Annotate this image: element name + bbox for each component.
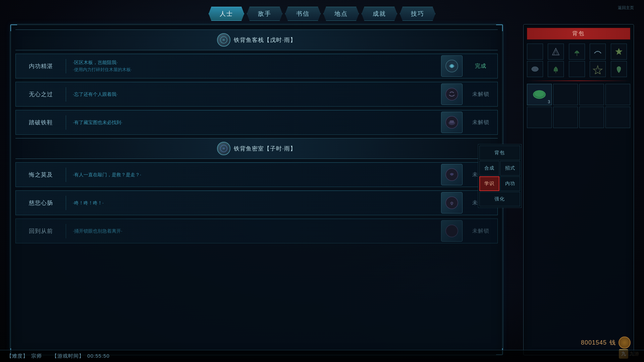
achievement-status-3: 未解锁 bbox=[464, 119, 497, 126]
achievement-name-6: 回到从前 bbox=[16, 224, 66, 238]
achievement-status-2: 未解锁 bbox=[464, 91, 497, 98]
achievement-name-3: 踏破铁鞋 bbox=[16, 115, 66, 130]
action-buttons-container: 背包 合成 招式 学识 内功 强化 bbox=[478, 144, 522, 208]
backpack-item-5[interactable] bbox=[527, 61, 543, 77]
action-btn-backpack[interactable]: 背包 bbox=[479, 145, 520, 160]
inv-slot-0[interactable]: 3 bbox=[527, 84, 552, 105]
achievement-icon-3 bbox=[441, 112, 463, 133]
achievement-desc-1: ·区区木板，岂能阻我· ·使用内力打碎封住木屋的木板· bbox=[66, 55, 440, 76]
backpack-divider bbox=[527, 80, 630, 81]
inventory-row-2 bbox=[527, 107, 630, 128]
backpack-item-0[interactable] bbox=[527, 44, 543, 60]
right-panel: 背包 bbox=[523, 24, 634, 355]
achievement-desc-6: ·捅开锁眼也别急着离开· bbox=[66, 224, 440, 238]
corner-decoration-tr bbox=[496, 24, 503, 31]
action-grid: 背包 合成 招式 学识 内功 强化 bbox=[478, 144, 522, 208]
inventory-row-1: 3 bbox=[527, 84, 630, 105]
backpack-item-7[interactable] bbox=[569, 61, 585, 77]
svg-point-2 bbox=[450, 65, 453, 67]
achievement-desc-5: ·咚！咚！咚！· bbox=[66, 196, 440, 210]
backpack-items-grid bbox=[527, 44, 630, 77]
currency-display: 8001545 钱 bbox=[581, 337, 631, 349]
achievement-status-1: 完成 bbox=[464, 63, 497, 70]
currency-amount: 8001545 bbox=[581, 339, 607, 346]
svg-point-16 bbox=[535, 91, 544, 97]
action-btn-learn[interactable]: 学识 bbox=[479, 176, 499, 191]
achievement-row-cibeixinchang[interactable]: 慈悲心肠 ·咚！咚！咚！· 未解锁 bbox=[15, 190, 498, 215]
svg-point-9 bbox=[446, 197, 458, 209]
svg-rect-6 bbox=[450, 120, 454, 123]
inv-slot-3[interactable] bbox=[605, 84, 630, 105]
action-btn-enhance[interactable]: 强化 bbox=[479, 192, 520, 206]
backpack-item-1[interactable] bbox=[548, 44, 564, 60]
backpack-item-4[interactable] bbox=[611, 44, 627, 60]
achievement-icon-2 bbox=[441, 83, 463, 105]
gametime-display: 【游戏时间】 00:55:50 bbox=[52, 353, 110, 359]
achievement-desc-2: ·忘了还有个人跟着我· bbox=[66, 87, 440, 101]
tab-locations[interactable]: 地点 bbox=[323, 7, 359, 21]
backpack-item-3[interactable] bbox=[590, 44, 606, 60]
corner-decoration-tl bbox=[10, 24, 17, 31]
achievement-name-2: 无心之过 bbox=[16, 87, 66, 102]
currency-unit: 钱 bbox=[609, 339, 616, 347]
action-btn-moves[interactable]: 招式 bbox=[500, 161, 520, 176]
tab-letters[interactable]: 书信 bbox=[285, 7, 321, 21]
section-icon-2 bbox=[217, 142, 230, 155]
section-title-1: 铁背鱼客栈【戊时·雨】 bbox=[234, 36, 296, 44]
section-header-2: 铁背鱼密室【子时·雨】 bbox=[15, 138, 498, 159]
currency-icon bbox=[619, 337, 631, 349]
achievement-row-wuxinzhiguo[interactable]: 无心之过 ·忘了还有个人跟着我· 未解锁 bbox=[15, 82, 498, 107]
difficulty-display: 【难度】 宗师 bbox=[7, 353, 42, 359]
achievement-desc-4: ·有人一直在敲门，是救？是走？· bbox=[66, 168, 440, 182]
achievement-icon-6 bbox=[441, 220, 463, 242]
section-icon-1 bbox=[217, 33, 230, 47]
action-btn-inner[interactable]: 内功 bbox=[500, 176, 520, 191]
inv-item-count-0: 3 bbox=[548, 100, 550, 104]
achievement-icon-4 bbox=[441, 164, 463, 185]
achievement-row-tapoeixie[interactable]: 踏破铁鞋 ·有了藏宝图也未必找到· 未解锁 bbox=[15, 110, 498, 135]
top-navigation: 人士 敌手 书信 地点 成就 技巧 bbox=[0, 0, 644, 21]
inv-slot-4[interactable] bbox=[527, 107, 552, 128]
achievement-name-4: 悔之莫及 bbox=[16, 168, 66, 182]
svg-point-11 bbox=[446, 225, 458, 237]
tab-people[interactable]: 人士 bbox=[209, 7, 244, 21]
backpack-item-6[interactable] bbox=[548, 61, 564, 77]
status-bar: 【难度】 宗师 【游戏时间】 00:55:50 bbox=[0, 350, 644, 362]
backpack-title: 背包 bbox=[527, 28, 630, 40]
backpack-item-2[interactable] bbox=[569, 44, 585, 60]
action-btn-combine[interactable]: 合成 bbox=[479, 161, 499, 176]
backpack-item-9[interactable] bbox=[611, 61, 627, 77]
tab-skills[interactable]: 技巧 bbox=[400, 7, 435, 21]
main-content: 返回主页 人士 敌手 书信 地点 成就 技巧 bbox=[0, 0, 644, 362]
inv-slot-2[interactable] bbox=[579, 84, 604, 105]
achievement-desc-3: ·有了藏宝图也未必找到· bbox=[66, 115, 440, 129]
achievement-row-partial[interactable]: 回到从前 ·捅开锁眼也别急着离开· 未解锁 bbox=[15, 219, 498, 243]
achievement-row-neigonjingzhan[interactable]: 内功精湛 ·区区木板，岂能阻我· ·使用内力打碎封住木屋的木板· 完成 bbox=[15, 54, 498, 78]
svg-point-13 bbox=[532, 67, 538, 71]
achievement-name-5: 慈悲心肠 bbox=[16, 196, 66, 210]
svg-point-10 bbox=[451, 203, 453, 205]
svg-point-3 bbox=[446, 88, 458, 100]
tab-achievements[interactable]: 成就 bbox=[362, 7, 397, 21]
tab-enemies[interactable]: 敌手 bbox=[247, 7, 282, 21]
backpack-panel: 背包 bbox=[523, 24, 634, 355]
achievement-icon-1 bbox=[441, 55, 463, 77]
backpack-item-8[interactable] bbox=[590, 61, 606, 77]
achievement-icon-5 bbox=[441, 192, 463, 214]
inv-slot-1[interactable] bbox=[553, 84, 578, 105]
achievement-row-huizhimoji[interactable]: 悔之莫及 ·有人一直在敲门，是救？是走？· 未解锁 bbox=[15, 162, 498, 187]
inv-slot-5[interactable] bbox=[553, 107, 578, 128]
section-header-1: 铁背鱼客栈【戊时·雨】 bbox=[15, 29, 498, 50]
inv-slot-6[interactable] bbox=[579, 107, 604, 128]
layout-row: 铁背鱼客栈【戊时·雨】 内功精湛 ·区区木板，岂能阻我· ·使用内力打碎封住木屋… bbox=[0, 21, 644, 362]
achievement-status-6: 未解锁 bbox=[464, 228, 497, 235]
achievement-list-panel: 铁背鱼客栈【戊时·雨】 内功精湛 ·区区木板，岂能阻我· ·使用内力打碎封住木屋… bbox=[10, 24, 503, 355]
achievement-name-1: 内功精湛 bbox=[16, 59, 66, 73]
section-title-2: 铁背鱼密室【子时·雨】 bbox=[234, 145, 296, 153]
inv-slot-7[interactable] bbox=[605, 107, 630, 128]
